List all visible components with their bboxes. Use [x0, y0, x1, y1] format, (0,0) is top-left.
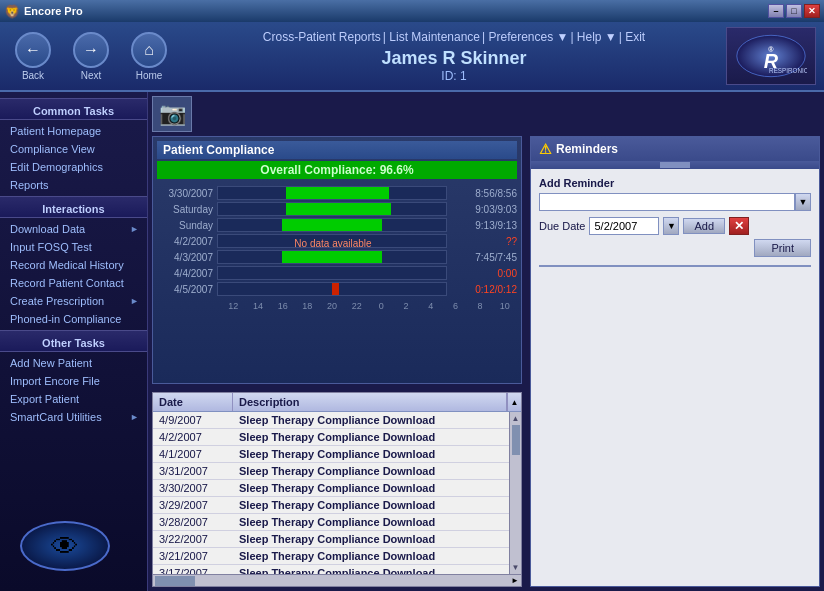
table-hscrollbar[interactable]: ► — [153, 574, 521, 586]
close-reminder-button[interactable]: ✕ — [729, 217, 749, 235]
due-date-dropdown-button[interactable]: ▼ — [663, 217, 679, 235]
add-reminder-button[interactable]: Add — [683, 218, 725, 234]
sidebar-item-compliance-view[interactable]: Compliance View — [0, 140, 147, 158]
interactions-header: Interactions — [0, 196, 147, 218]
patient-photo-icon: 📷 — [152, 96, 192, 132]
eye-icon: 👁 — [20, 521, 110, 571]
reminders-panel: ⚠ Reminders Add Reminder ▼ Due Date ▼ — [530, 136, 820, 587]
scroll-down-arrow[interactable]: ▼ — [512, 563, 520, 572]
home-button[interactable]: ⌂ Home — [124, 32, 174, 81]
table-row[interactable]: 4/2/2007Sleep Therapy Compliance Downloa… — [153, 429, 509, 446]
table-row[interactable]: 3/31/2007Sleep Therapy Compliance Downlo… — [153, 463, 509, 480]
chart-row: 4/4/2007 0:00 — [157, 266, 517, 280]
sidebar-item-reports[interactable]: Reports — [0, 176, 147, 194]
back-button[interactable]: ← Back — [8, 32, 58, 81]
content-area: 📷 Patient Compliance Overall Compliance:… — [148, 92, 824, 591]
table-row[interactable]: 3/22/2007Sleep Therapy Compliance Downlo… — [153, 531, 509, 548]
compliance-overall: Overall Compliance: 96.6% — [157, 161, 517, 179]
scroll-up-arrow[interactable]: ▲ — [512, 414, 520, 423]
nav-menu: Cross-Patient Reports | List Maintenance… — [263, 30, 645, 44]
sidebar-item-patient-homepage[interactable]: Patient Homepage — [0, 122, 147, 140]
patient-id-display: ID: 1 — [441, 69, 466, 83]
next-button[interactable]: → Next — [66, 32, 116, 81]
data-table: Date Description ▲ 4/9/2007Sleep Therapy… — [152, 392, 522, 587]
chart-row: Saturday 9:03/9:03 — [157, 202, 517, 216]
minimize-button[interactable]: – — [768, 4, 784, 18]
maximize-button[interactable]: □ — [786, 4, 802, 18]
col-desc-header: Description — [233, 393, 507, 411]
svg-text:RESPIRONICS: RESPIRONICS — [769, 67, 807, 74]
nav-help[interactable]: | Help ▼ — [570, 30, 616, 44]
nav-exit[interactable]: | Exit — [619, 30, 645, 44]
chart-row: 4/3/2007 7:45/7:45 — [157, 250, 517, 264]
sidebar-item-record-medical-history[interactable]: Record Medical History — [0, 256, 147, 274]
table-row[interactable]: 3/28/2007Sleep Therapy Compliance Downlo… — [153, 514, 509, 531]
print-button[interactable]: Print — [754, 239, 811, 257]
due-date-input[interactable] — [589, 217, 659, 235]
titlebar: 🦁 Encore Pro – □ ✕ — [0, 0, 824, 22]
app-title: Encore Pro — [24, 5, 83, 17]
arrow-icon-2: ► — [130, 296, 139, 306]
chart-xaxis: 12 14 16 18 20 22 0 2 4 6 8 10 — [221, 299, 517, 313]
hscroll-right-btn[interactable]: ► — [511, 576, 519, 585]
navbar: ← Back → Next ⌂ Home Cross-Patient Repor… — [0, 22, 824, 92]
reminders-label: Reminders — [556, 142, 618, 156]
reminders-scrollbar[interactable] — [531, 161, 819, 169]
sidebar-item-record-patient-contact[interactable]: Record Patient Contact — [0, 274, 147, 292]
reminder-dropdown-button[interactable]: ▼ — [795, 193, 811, 211]
table-row[interactable]: 4/1/2007Sleep Therapy Compliance Downloa… — [153, 446, 509, 463]
sidebar-item-download-data[interactable]: Download Data ► — [0, 220, 147, 238]
warning-icon: ⚠ — [539, 141, 552, 157]
compliance-panel: Patient Compliance Overall Compliance: 9… — [152, 136, 522, 384]
arrow-icon-3: ► — [130, 412, 139, 422]
common-tasks-header: Common Tasks — [0, 98, 147, 120]
sidebar-item-create-prescription[interactable]: Create Prescription ► — [0, 292, 147, 310]
reminders-scroll-thumb[interactable] — [660, 162, 690, 168]
sidebar: Common Tasks Patient Homepage Compliance… — [0, 92, 148, 591]
add-reminder-label: Add Reminder — [539, 177, 811, 189]
hscroll-thumb[interactable] — [155, 576, 195, 586]
chart-row: 3/30/2007 8:56/8:56 — [157, 186, 517, 200]
chart-row: 4/2/2007 No data available ?? — [157, 234, 517, 248]
reminder-input-row: ▼ — [539, 193, 811, 211]
table-row[interactable]: 3/30/2007Sleep Therapy Compliance Downlo… — [153, 480, 509, 497]
sidebar-item-import-encore[interactable]: Import Encore File — [0, 372, 147, 390]
other-tasks-header: Other Tasks — [0, 330, 147, 352]
reminders-body: Add Reminder ▼ Due Date ▼ Add ✕ Print — [531, 169, 819, 586]
table-body: 4/9/2007Sleep Therapy Compliance Downloa… — [153, 412, 509, 574]
app-icon: 🦁 — [4, 4, 20, 19]
print-button-row: Print — [539, 239, 811, 257]
due-date-label: Due Date — [539, 220, 585, 232]
table-row[interactable]: 4/9/2007Sleep Therapy Compliance Downloa… — [153, 412, 509, 429]
reminders-title: ⚠ Reminders — [531, 137, 819, 161]
table-header: Date Description ▲ — [153, 393, 521, 412]
sidebar-item-input-fosq[interactable]: Input FOSQ Test — [0, 238, 147, 256]
patient-name: James R Skinner — [381, 48, 526, 69]
sidebar-item-export-patient[interactable]: Export Patient — [0, 390, 147, 408]
table-row[interactable]: 3/29/2007Sleep Therapy Compliance Downlo… — [153, 497, 509, 514]
sidebar-item-edit-demographics[interactable]: Edit Demographics — [0, 158, 147, 176]
logo: ® R RESPIRONICS — [726, 27, 816, 85]
scroll-up-btn[interactable]: ▲ — [507, 393, 521, 411]
reminder-text-input[interactable] — [539, 193, 795, 211]
nav-preferences[interactable]: | Preferences ▼ — [482, 30, 568, 44]
due-date-row: Due Date ▼ Add ✕ — [539, 217, 811, 235]
col-date-header: Date — [153, 393, 233, 411]
reminders-list — [539, 265, 811, 267]
nav-cross-patient[interactable]: Cross-Patient Reports — [263, 30, 381, 44]
sidebar-item-smartcard[interactable]: SmartCard Utilities ► — [0, 408, 147, 426]
chart-row: 4/5/2007 0:12/0:12 — [157, 282, 517, 296]
chart-row: Sunday 9:13/9:13 — [157, 218, 517, 232]
sidebar-item-phoned-compliance[interactable]: Phoned-in Compliance — [0, 310, 147, 328]
arrow-icon: ► — [130, 224, 139, 234]
nav-center: Cross-Patient Reports | List Maintenance… — [182, 30, 726, 83]
table-row[interactable]: 3/17/2007Sleep Therapy Compliance Downlo… — [153, 565, 509, 574]
table-vscrollbar[interactable]: ▲ ▼ — [509, 412, 521, 574]
nav-list-maintenance[interactable]: | List Maintenance — [383, 30, 480, 44]
sidebar-item-add-new-patient[interactable]: Add New Patient — [0, 354, 147, 372]
scroll-thumb[interactable] — [512, 425, 520, 455]
compliance-title: Patient Compliance — [157, 141, 517, 159]
main-area: Common Tasks Patient Homepage Compliance… — [0, 92, 824, 591]
close-button[interactable]: ✕ — [804, 4, 820, 18]
table-row[interactable]: 3/21/2007Sleep Therapy Compliance Downlo… — [153, 548, 509, 565]
